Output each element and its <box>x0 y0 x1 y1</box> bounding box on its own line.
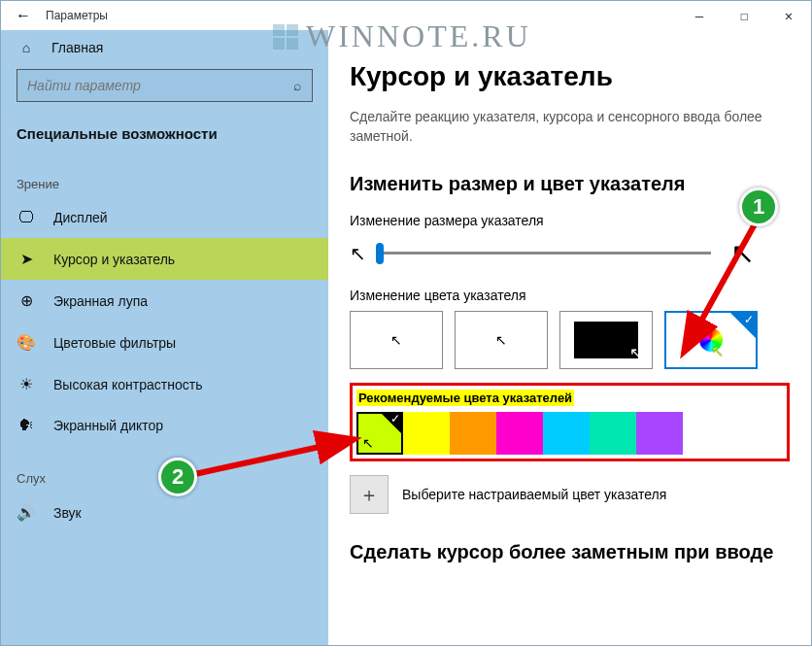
color-tile-black[interactable]: ↖ <box>455 311 548 369</box>
recommended-colors-box: Рекомендуемые цвета указателей ✓↖ <box>350 383 790 461</box>
sidebar-item-sound[interactable]: 🔊 Звук <box>1 492 328 533</box>
section-size-title: Изменить размер и цвет указателя <box>350 173 790 195</box>
color-tile-invert[interactable]: ↖ <box>559 311 653 369</box>
size-label: Изменение размера указателя <box>350 213 790 228</box>
cursor-icon: ↖ <box>390 332 402 348</box>
cursor-small-icon: ↖ <box>350 242 366 265</box>
sidebar-item-label: Звук <box>53 505 82 521</box>
app-title: Параметры <box>46 9 108 22</box>
size-slider[interactable] <box>376 252 711 255</box>
check-icon: ✓ <box>744 313 754 326</box>
group-vision: Зрение <box>1 152 328 197</box>
sidebar-item-label: Высокая контрастность <box>53 377 202 392</box>
search-input[interactable] <box>17 78 283 93</box>
color-swatch[interactable] <box>450 412 496 455</box>
color-swatch[interactable] <box>496 412 543 455</box>
contrast-icon: ☀ <box>17 375 36 393</box>
color-tile-white[interactable]: ↖ <box>350 311 443 369</box>
page-lead: Сделайте реакцию указателя, курсора и се… <box>350 108 767 146</box>
close-button[interactable]: ✕ <box>766 1 811 30</box>
color-swatch[interactable] <box>636 412 683 455</box>
magnifier-icon: ⊕ <box>17 291 36 310</box>
color-swatch[interactable] <box>590 412 636 455</box>
slider-thumb[interactable] <box>376 243 384 264</box>
minimize-button[interactable]: — <box>677 1 722 30</box>
sidebar-item-contrast[interactable]: ☀ Высокая контрастность <box>1 363 328 405</box>
color-tile-custom[interactable]: ↖ ✓ <box>664 311 758 369</box>
back-icon[interactable]: ← <box>9 7 38 24</box>
color-swatch[interactable] <box>403 412 450 455</box>
custom-color-label: Выберите настраиваемый цвет указателя <box>402 487 666 502</box>
sidebar-item-label: Курсор и указатель <box>53 252 175 267</box>
sidebar-item-narrator[interactable]: 🗣 Экранный диктор <box>1 405 328 446</box>
page-title: Курсор и указатель <box>350 61 790 92</box>
color-swatch[interactable] <box>543 412 590 455</box>
cursor-icon: ↖ <box>711 342 724 360</box>
section-cursor-title: Сделать курсор более заметным при вводе <box>350 541 790 563</box>
sidebar-section: Специальные возможности <box>1 116 328 152</box>
home-icon: ⌂ <box>17 40 36 55</box>
sidebar-item-label: Цветовые фильтры <box>53 335 176 351</box>
sidebar-item-colorfilters[interactable]: 🎨 Цветовые фильтры <box>1 322 328 363</box>
sidebar-item-magnifier[interactable]: ⊕ Экранная лупа <box>1 280 328 322</box>
sidebar-item-label: Экранная лупа <box>53 293 148 309</box>
sound-icon: 🔊 <box>17 503 36 522</box>
search-icon: ⌕ <box>283 78 312 93</box>
cursor-large-icon: ↖ <box>730 236 755 270</box>
narrator-icon: 🗣 <box>17 417 36 434</box>
annotation-badge-2: 2 <box>158 458 197 496</box>
palette-icon: 🎨 <box>17 333 36 352</box>
home-label: Главная <box>51 40 103 55</box>
recommended-title: Рекомендуемые цвета указателей <box>356 390 574 406</box>
sidebar-home[interactable]: ⌂ Главная <box>1 30 328 65</box>
cursor-icon: ➤ <box>17 250 36 268</box>
annotation-badge-1: 1 <box>739 187 778 226</box>
sidebar-item-label: Дисплей <box>53 210 108 225</box>
invert-preview: ↖ <box>574 322 638 358</box>
display-icon: 🖵 <box>17 209 36 226</box>
sidebar-item-cursor[interactable]: ➤ Курсор и указатель <box>1 238 328 280</box>
sidebar-item-label: Экранный диктор <box>53 418 163 433</box>
color-label: Изменение цвета указателя <box>350 288 790 303</box>
sidebar-item-display[interactable]: 🖵 Дисплей <box>1 197 328 238</box>
search-input-wrap[interactable]: ⌕ <box>17 69 313 102</box>
add-custom-color-button[interactable]: ＋ <box>350 475 389 514</box>
cursor-icon: ↖ <box>495 332 507 348</box>
color-swatch[interactable]: ✓↖ <box>356 412 403 455</box>
cursor-icon: ↖ <box>362 435 374 451</box>
maximize-button[interactable]: ☐ <box>722 1 766 30</box>
check-icon: ✓ <box>390 412 400 425</box>
